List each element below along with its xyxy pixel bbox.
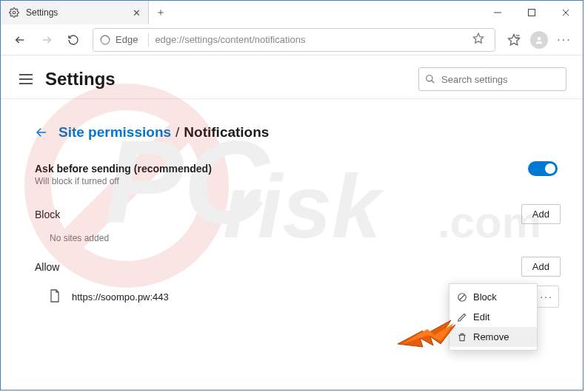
- ask-before-sending-row: Ask before sending (recommended) Will bl…: [35, 160, 561, 191]
- menu-item-block[interactable]: Block: [449, 287, 537, 307]
- nav-forward-button[interactable]: [33, 27, 60, 53]
- annotation-arrow-icon: [398, 314, 457, 362]
- breadcrumb-link[interactable]: Site permissions: [58, 124, 171, 141]
- edge-badge: Edge: [99, 34, 138, 46]
- trash-icon: [457, 332, 467, 342]
- menu-item-edit[interactable]: Edit: [449, 307, 537, 327]
- nav-refresh-button[interactable]: [60, 27, 87, 53]
- breadcrumb-sep: /: [176, 124, 179, 141]
- svg-line-17: [432, 81, 435, 84]
- allow-add-button[interactable]: Add: [521, 257, 561, 277]
- edit-icon: [457, 312, 467, 322]
- menu-block-label: Block: [473, 291, 497, 303]
- edge-label-text: Edge: [116, 34, 138, 45]
- allow-site-url: https://soompo.pw:443: [72, 291, 169, 303]
- svg-rect-2: [529, 10, 535, 16]
- block-empty-text: No sites added: [50, 233, 561, 243]
- favorite-icon[interactable]: [468, 33, 489, 47]
- search-settings-input[interactable]: Search settings: [418, 67, 566, 91]
- svg-point-0: [13, 11, 16, 14]
- breadcrumb: Site permissions / Notifications: [35, 124, 561, 141]
- search-placeholder: Search settings: [441, 74, 508, 85]
- svg-point-16: [427, 75, 432, 81]
- block-icon: [457, 292, 467, 303]
- favorites-hub-icon[interactable]: [501, 27, 526, 53]
- ask-title: Ask before sending (recommended): [35, 163, 561, 175]
- block-add-button[interactable]: Add: [521, 204, 561, 224]
- window-minimize-button[interactable]: [481, 1, 515, 24]
- breadcrumb-current: Notifications: [184, 124, 269, 141]
- hamburger-menu-button[interactable]: [17, 70, 35, 88]
- close-icon[interactable]: ✕: [130, 7, 142, 18]
- breadcrumb-back-button[interactable]: [35, 126, 48, 139]
- avatar-icon: [530, 31, 548, 49]
- window-maximize-button[interactable]: [515, 1, 549, 24]
- site-more-button[interactable]: ···: [534, 285, 559, 308]
- svg-marker-8: [473, 33, 483, 43]
- browser-tab[interactable]: Settings ✕: [1, 1, 149, 24]
- menu-remove-label: Remove: [473, 331, 509, 342]
- url-text: edge://settings/content/notifications: [155, 34, 468, 45]
- address-bar[interactable]: Edge edge://settings/content/notificatio…: [93, 28, 495, 52]
- ask-subtitle: Will block if turned off: [35, 176, 561, 186]
- gear-icon: [8, 7, 20, 18]
- nav-back-button[interactable]: [7, 27, 33, 53]
- svg-line-20: [460, 294, 465, 300]
- site-context-menu: Block Edit Remove: [449, 283, 538, 351]
- page-title: Settings: [45, 69, 116, 89]
- svg-point-12: [538, 36, 541, 40]
- address-divider: [148, 33, 149, 47]
- new-tab-button[interactable]: ＋: [149, 1, 173, 24]
- browser-menu-button[interactable]: ···: [552, 27, 577, 53]
- profile-button[interactable]: [526, 27, 552, 53]
- window-close-button[interactable]: [549, 1, 583, 24]
- edge-icon: [99, 34, 111, 46]
- search-icon: [425, 74, 435, 84]
- menu-edit-label: Edit: [473, 311, 489, 322]
- document-icon: [50, 289, 61, 304]
- menu-item-remove[interactable]: Remove: [449, 327, 537, 347]
- block-section-label: Block: [35, 209, 60, 220]
- allow-section-label: Allow: [35, 261, 59, 273]
- ask-toggle[interactable]: [528, 161, 558, 176]
- tab-title: Settings: [26, 7, 130, 18]
